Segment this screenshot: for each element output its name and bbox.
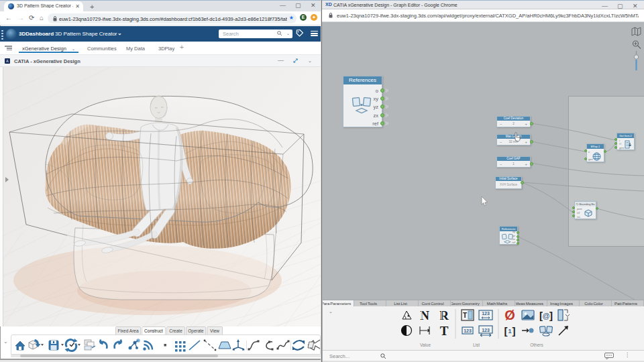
svg-text:@: @ (542, 312, 549, 320)
svg-text:123: 123 (464, 328, 472, 333)
svg-text:⌄: ⌄ (329, 309, 333, 314)
svg-text:List: List (473, 343, 480, 347)
svg-text:Value: Value (420, 343, 431, 347)
svg-text:R: R (439, 308, 449, 322)
svg-text:123: 123 (482, 311, 490, 316)
svg-text:Ø: Ø (504, 308, 515, 322)
svg-text:]: ] (549, 310, 553, 321)
svg-text:[: [ (504, 325, 508, 337)
svg-text:T: T (463, 312, 467, 319)
svg-text:N: N (420, 308, 429, 322)
svg-text:123: 123 (482, 328, 490, 333)
svg-text:]: ] (513, 325, 516, 337)
svg-text:T: T (440, 324, 449, 338)
svg-text:Others: Others (530, 343, 543, 347)
svg-text:1: 1 (508, 328, 511, 335)
